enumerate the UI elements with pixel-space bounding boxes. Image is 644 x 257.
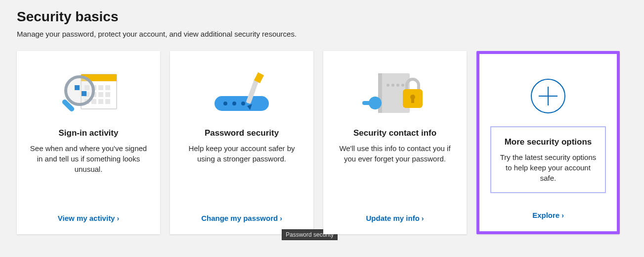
svg-point-27	[386, 84, 389, 87]
notebook-lock-icon	[334, 61, 456, 125]
chevron-right-icon: ›	[280, 215, 282, 222]
view-my-activity-link[interactable]: View my activity ›	[28, 214, 149, 222]
card-title: Security contact info	[334, 128, 456, 138]
svg-point-20	[232, 102, 236, 105]
svg-rect-4	[98, 85, 103, 90]
svg-point-19	[223, 102, 227, 105]
svg-rect-11	[91, 99, 96, 104]
chevron-right-icon: ›	[422, 215, 424, 222]
update-my-info-link[interactable]: Update my info ›	[334, 214, 456, 222]
card-more-security-options[interactable]: More security options Try the latest sec…	[476, 51, 620, 234]
svg-rect-35	[411, 98, 414, 103]
cta-label: View my activity	[58, 214, 115, 222]
svg-rect-8	[98, 92, 103, 97]
card-desc: Help keep your account safer by using a …	[181, 143, 302, 164]
plus-circle-icon	[490, 64, 606, 128]
security-basics-page: Security basics Manage your password, pr…	[0, 0, 644, 234]
svg-point-30	[401, 84, 404, 87]
svg-rect-15	[75, 85, 80, 90]
svg-rect-9	[105, 92, 110, 97]
svg-point-14	[66, 77, 93, 104]
svg-rect-32	[362, 101, 375, 105]
page-subtitle: Manage your password, protect your accou…	[17, 30, 627, 38]
card-title: More security options	[497, 137, 599, 147]
svg-rect-12	[98, 99, 103, 104]
page-title: Security basics	[17, 9, 627, 25]
change-my-password-link[interactable]: Change my password ›	[181, 214, 302, 222]
card-security-contact-info[interactable]: Security contact info We'll use this inf…	[323, 51, 467, 234]
cta-label: Change my password	[201, 214, 278, 222]
card-desc: See when and where you've signed in and …	[28, 143, 149, 174]
chevron-right-icon: ›	[561, 212, 564, 219]
svg-point-29	[396, 84, 399, 87]
svg-point-28	[391, 84, 394, 87]
card-desc: Try the latest security options to help …	[497, 152, 599, 183]
cta-label: Update my info	[366, 214, 419, 222]
svg-rect-13	[105, 99, 110, 104]
pen-password-icon	[181, 61, 302, 125]
more-options-inner-box: More security options Try the latest sec…	[490, 126, 606, 193]
card-row: Sign-in activity See when and where you'…	[17, 51, 627, 234]
svg-point-21	[241, 102, 245, 105]
svg-rect-5	[105, 85, 110, 90]
card-title: Sign-in activity	[28, 128, 149, 138]
cta-label: Explore	[532, 211, 559, 219]
card-sign-in-activity[interactable]: Sign-in activity See when and where you'…	[17, 51, 160, 234]
chevron-right-icon: ›	[117, 215, 119, 222]
explore-link[interactable]: Explore ›	[490, 211, 606, 219]
card-password-security[interactable]: Password security Help keep your account…	[170, 51, 313, 234]
card-desc: We'll use this info to contact you if yo…	[334, 143, 456, 164]
svg-rect-16	[82, 91, 86, 96]
card-title: Password security	[181, 128, 302, 138]
magnifier-calendar-icon	[28, 61, 149, 125]
